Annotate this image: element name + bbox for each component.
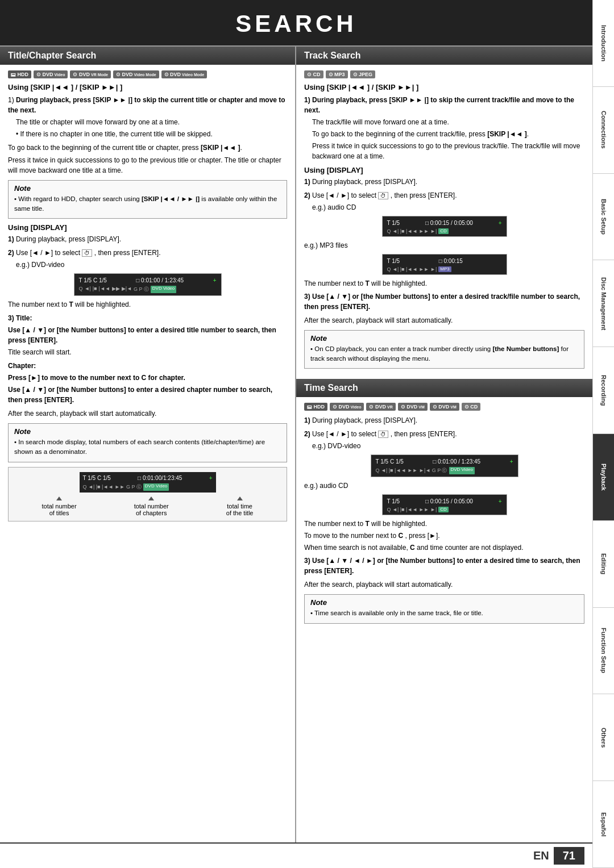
title-chapter-section-header: Title/Chapter Search	[0, 47, 295, 65]
sidebar-item-disc-management: Disc Management	[593, 260, 614, 347]
sidebar-item-recording: Recording	[593, 347, 614, 434]
track-display-step-1: 1) During playback, press [DISPLAY].	[304, 177, 584, 187]
sidebar-item-basic-setup: Basic Setup	[593, 174, 614, 261]
time-media-icons: 🖴 HDD ⊙ DVDVideo ⊙ DVDVR ⊙ DVDVM ⊙ DVDVM…	[304, 403, 584, 411]
time-not-avail: When time search is not available, C and…	[304, 542, 584, 553]
time-dvd-vm2-badge: ⊙ DVDVM	[398, 403, 428, 411]
display-step-1: 1) During playback, press [DISPLAY].	[8, 234, 287, 244]
arrow-titles	[56, 496, 62, 500]
note-box-track: Note • On CD playback, you can enter a t…	[304, 330, 584, 369]
display-step-2: 2) Use [◄ / ►] to select ⏱ , then press …	[8, 248, 287, 270]
arrow-time	[237, 496, 243, 500]
time-search-header: Time Search	[296, 379, 592, 397]
skip-heading-left: Using [SKIP |◄◄ ] / [SKIP ►►| ]	[8, 83, 287, 91]
track-highlight-text: The number next to T will be highlighted…	[304, 278, 584, 289]
time-search-body: 🖴 HDD ⊙ DVDVideo ⊙ DVDVR ⊙ DVDVM ⊙ DVDVM…	[296, 400, 592, 634]
arrow-chapters	[148, 496, 154, 500]
time-after-search: After the search, playback will start au…	[304, 579, 584, 590]
page-en-label: EN	[533, 849, 549, 862]
page-number: 71	[554, 847, 584, 865]
jpeg-badge: ⊙ JPEG	[350, 70, 376, 78]
time-step-1: 1) During playback, press [DISPLAY].	[304, 415, 584, 425]
time-move-c: To move to the number next to C , press …	[304, 531, 584, 541]
time-dvd-badge: ⊙ DVDVideo	[330, 403, 364, 411]
skip-prev-text: Press it twice in quick successions to g…	[8, 155, 287, 176]
sidebar-item-function-setup: Function Setup	[593, 608, 614, 695]
sidebar-item-editing: Editing	[593, 521, 614, 608]
sidebar-item-introduction: Introduction	[593, 0, 614, 87]
sidebar-item-connections: Connections	[593, 87, 614, 174]
track-display-step-2: 2) Use [◄ / ►] to select ⏱ , then press …	[304, 190, 584, 212]
dvd-badge: ⊙ DVDVideo	[34, 70, 68, 78]
sidebar-item-espanol: Español	[593, 781, 614, 868]
highlight-text-left: The number next to T will be highlighted…	[8, 299, 287, 310]
cd-badge: ⊙ CD	[304, 70, 323, 78]
page-title: SEARCH	[0, 10, 592, 37]
after-search-left: After the search, playback will start au…	[8, 408, 287, 419]
time-highlight-text: The number next to T will be highlighted…	[304, 519, 584, 529]
page-title-bar: SEARCH	[0, 0, 592, 45]
track-step-3: 3) Use [▲ / ▼] or [the Number buttons] t…	[304, 291, 584, 312]
sidebar-item-others: Others	[593, 694, 614, 781]
title-chapter-body: 🖴 HDD ⊙ DVDVideo ⊙ DVDVR Mode ⊙ DVDVideo…	[0, 68, 295, 531]
track-step-1: 1) During playback, press [SKIP ►► |] to…	[304, 95, 584, 161]
skip-heading-right: Using [SKIP |◄◄ ] / [SKIP ►►| ]	[304, 83, 584, 91]
content-columns: Title/Chapter Search 🖴 HDD ⊙ DVDVideo ⊙ …	[0, 45, 592, 842]
diagram-labels: total numberof titles total numberof cha…	[13, 496, 282, 516]
step-1-left: 1) During playback, press [SKIP ►► |] to…	[8, 95, 287, 139]
main-content: SEARCH Title/Chapter Search 🖴 HDD ⊙ DVDV…	[0, 0, 592, 868]
left-media-icons: 🖴 HDD ⊙ DVDVideo ⊙ DVDVR Mode ⊙ DVDVideo…	[8, 70, 287, 78]
display-heading-left: Using [DISPLAY]	[8, 223, 287, 232]
time-step-3: 3) Use [▲ / ▼ / ◄ / ►] or [the Number bu…	[304, 556, 584, 576]
track-search-body: ⊙ CD ⊙ MP3 ⊙ JPEG Using [SKIP |◄◄ ] / [S…	[296, 68, 592, 379]
time-hdd-badge: 🖴 HDD	[304, 403, 327, 411]
time-dvd-display-mock: T 1/5 C 1/5 □ 0:01:00 / 1:23:45 + Q ◄| |…	[371, 454, 518, 477]
note-box-time: Note • Time search is available only in …	[304, 594, 584, 624]
display-heading-track: Using [DISPLAY]	[304, 166, 584, 174]
dvd-display-mock-left: T 1/5 C 1/5 □ 0:01:00 / 1:23:45 + Q ◄| |…	[74, 273, 222, 296]
step-3-title: 3) Title: Use [▲ / ▼] or [the Number but…	[8, 313, 287, 357]
sidebar: Introduction Connections Basic Setup Dis…	[592, 0, 614, 868]
diagram-box: T 1/5 C 1/5 □ 0:01:00/1:23:45 + Q ◄| |■ …	[8, 467, 287, 521]
dvd-vm2-badge: ⊙ DVDVideo Mode	[113, 70, 159, 78]
cd-display-mock: T 1/5 □ 0:00:15 / 0:05:00 + Q ◄| |■ |◄◄ …	[382, 216, 507, 237]
time-cd-display-mock: T 1/5 □ 0:00:15 / 0:05:00 + Q ◄| |■ |◄◄ …	[382, 494, 507, 515]
dvd-vm3-badge: ⊙ DVDVideo Mode	[161, 70, 208, 78]
note-box-1: Note • With regard to HDD, chapter searc…	[8, 180, 287, 219]
track-after-search: After the search, playback will start au…	[304, 315, 584, 326]
dvd-vr-badge: ⊙ DVDVR Mode	[70, 70, 110, 78]
hdd-badge: 🖴 HDD	[8, 70, 31, 78]
time-cd-sub: e.g.) audio CD	[304, 481, 584, 491]
note-box-2: Note • In search mode display, total num…	[8, 423, 287, 462]
track-search-header: Track Search	[296, 47, 592, 65]
time-dvd-vm3-badge: ⊙ DVDVM	[430, 403, 459, 411]
time-cd-badge: ⊙ CD	[462, 403, 481, 411]
time-dvd-vr-badge: ⊙ DVDVR	[366, 403, 395, 411]
mp3-display-mock: T 1/5 □ 0:00:15 Q ◄| |■ |◄◄ ►► ►| MP3	[382, 254, 507, 275]
sidebar-item-playback: Playback	[593, 434, 614, 521]
step-chapter: Chapter: Press [►] to move to the number…	[8, 361, 287, 405]
skip-back-text: To go back to the beginning of the curre…	[8, 143, 287, 153]
track-media-icons: ⊙ CD ⊙ MP3 ⊙ JPEG	[304, 70, 584, 78]
mp3-sub-label: e.g.) MP3 files	[304, 240, 584, 251]
page-footer: EN 71	[0, 842, 592, 868]
left-column: Title/Chapter Search 🖴 HDD ⊙ DVDVideo ⊙ …	[0, 47, 296, 842]
mp3-badge: ⊙ MP3	[326, 70, 348, 78]
time-step-2: 2) Use [◄ / ►] to select ⏱ , then press …	[304, 429, 584, 451]
right-column: Track Search ⊙ CD ⊙ MP3 ⊙ JPEG Using [SK…	[296, 47, 592, 842]
